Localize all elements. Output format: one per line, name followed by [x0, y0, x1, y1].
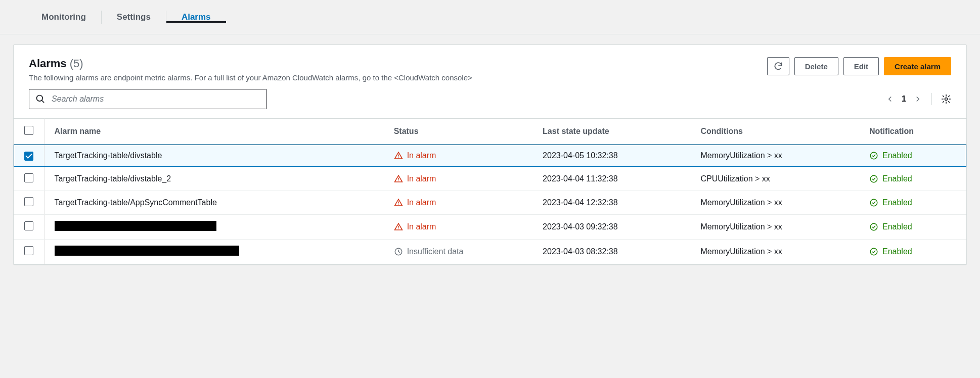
chevron-left-icon [885, 94, 895, 104]
settings-button[interactable] [941, 94, 951, 104]
refresh-icon [773, 61, 783, 71]
col-notification[interactable]: Notification [859, 119, 966, 145]
alarm-name-cell[interactable]: TargetTracking-table/AppSyncCommentTable [44, 191, 384, 214]
notification-badge: Enabled [869, 222, 956, 231]
col-last-state-update[interactable]: Last state update [532, 119, 690, 145]
status-badge: Insufficient data [394, 247, 522, 256]
panel-title: Alarms (5) [29, 57, 472, 70]
search-input[interactable] [51, 94, 260, 104]
last-state-update-cell: 2023-04-05 10:32:38 [532, 145, 690, 167]
notification-text: Enabled [882, 222, 912, 231]
tab-alarms[interactable]: Alarms [166, 12, 226, 22]
conditions-cell: MemoryUtilization > xx [690, 145, 859, 167]
status-badge: In alarm [394, 198, 522, 207]
redacted-text [55, 221, 216, 231]
gear-icon [941, 94, 951, 104]
search-container [29, 89, 266, 109]
alarm-name-cell[interactable] [44, 214, 384, 239]
svg-point-7 [398, 180, 398, 181]
status-badge: In alarm [394, 174, 522, 183]
cloudwatch-console-link[interactable]: <CloudWatch console> [394, 73, 472, 82]
notification-text: Enabled [882, 198, 912, 207]
svg-point-8 [870, 175, 877, 182]
pager-next-button[interactable] [913, 94, 922, 104]
panel-description-text: The following alarms are endpoint metric… [29, 73, 394, 82]
check-circle-icon [869, 174, 878, 183]
pager: 1 [885, 94, 922, 104]
status-text: In alarm [407, 222, 436, 231]
svg-point-13 [398, 228, 398, 229]
svg-point-4 [398, 157, 398, 158]
check-circle-icon [869, 198, 878, 207]
table-row[interactable]: TargetTracking-table/divstableIn alarm20… [14, 145, 966, 167]
row-checkbox[interactable] [24, 221, 33, 230]
check-circle-icon [869, 247, 878, 256]
clock-icon [394, 247, 403, 256]
pager-page-number: 1 [902, 94, 906, 104]
delete-button[interactable]: Delete [794, 57, 838, 75]
notification-text: Enabled [882, 247, 912, 256]
alarms-panel: Alarms (5) The following alarms are endp… [13, 44, 967, 265]
tab-monitoring[interactable]: Monitoring [26, 12, 101, 22]
conditions-cell: MemoryUtilization > xx [690, 214, 859, 239]
table-row[interactable]: TargetTracking-table/AppSyncCommentTable… [14, 191, 966, 214]
svg-line-1 [42, 101, 44, 103]
panel-description: The following alarms are endpoint metric… [29, 73, 472, 82]
table-row[interactable]: In alarm2023-04-03 09:32:38MemoryUtiliza… [14, 214, 966, 239]
col-conditions[interactable]: Conditions [690, 119, 859, 145]
toolbar-separator [931, 93, 932, 105]
svg-point-10 [398, 204, 398, 205]
row-checkbox[interactable] [24, 173, 33, 182]
alarms-table: Alarm name Status Last state update Cond… [14, 118, 966, 264]
tab-bar: Monitoring Settings Alarms [0, 0, 980, 34]
check-circle-icon [869, 151, 878, 160]
notification-badge: Enabled [869, 247, 956, 256]
status-text: Insufficient data [407, 247, 464, 256]
alarm-name-cell[interactable]: TargetTracking-table/divstable [44, 145, 384, 167]
svg-point-16 [870, 248, 877, 255]
table-header-row: Alarm name Status Last state update Cond… [14, 119, 966, 145]
table-row[interactable]: Insufficient data2023-04-03 08:32:38Memo… [14, 239, 966, 264]
notification-badge: Enabled [869, 174, 956, 183]
redacted-text [55, 246, 239, 256]
conditions-cell: MemoryUtilization > xx [690, 191, 859, 214]
row-checkbox[interactable] [24, 152, 33, 161]
warning-icon [394, 151, 403, 160]
notification-text: Enabled [882, 151, 912, 160]
status-text: In alarm [407, 151, 436, 160]
warning-icon [394, 198, 403, 207]
notification-badge: Enabled [869, 151, 956, 160]
select-all-checkbox[interactable] [24, 126, 33, 135]
panel-actions: Delete Edit Create alarm [767, 57, 951, 75]
last-state-update-cell: 2023-04-04 12:32:38 [532, 191, 690, 214]
create-alarm-button[interactable]: Create alarm [884, 57, 951, 75]
chevron-right-icon [913, 94, 922, 104]
refresh-button[interactable] [767, 57, 789, 75]
conditions-cell: MemoryUtilization > xx [690, 239, 859, 264]
search-icon [35, 94, 46, 104]
select-all-header [14, 119, 44, 145]
alarms-count: (5) [70, 57, 83, 70]
svg-point-14 [870, 223, 877, 230]
warning-icon [394, 174, 403, 183]
status-text: In alarm [407, 198, 436, 207]
last-state-update-cell: 2023-04-04 11:32:38 [532, 167, 690, 191]
tab-settings[interactable]: Settings [102, 12, 166, 22]
col-status[interactable]: Status [384, 119, 532, 145]
conditions-cell: CPUUtilization > xx [690, 167, 859, 191]
notification-text: Enabled [882, 174, 912, 183]
pager-prev-button[interactable] [885, 94, 895, 104]
alarm-name-cell[interactable]: TargetTracking-table/divstable_2 [44, 167, 384, 191]
row-checkbox[interactable] [24, 197, 33, 206]
table-row[interactable]: TargetTracking-table/divstable_2In alarm… [14, 167, 966, 191]
status-text: In alarm [407, 174, 436, 183]
edit-button[interactable]: Edit [843, 57, 879, 75]
row-checkbox[interactable] [24, 246, 33, 255]
col-alarm-name[interactable]: Alarm name [44, 119, 384, 145]
svg-point-11 [870, 199, 877, 206]
last-state-update-cell: 2023-04-03 09:32:38 [532, 214, 690, 239]
alarm-name-cell[interactable] [44, 239, 384, 264]
panel-title-text: Alarms [29, 57, 67, 70]
svg-point-2 [945, 98, 948, 101]
svg-point-5 [870, 152, 877, 159]
